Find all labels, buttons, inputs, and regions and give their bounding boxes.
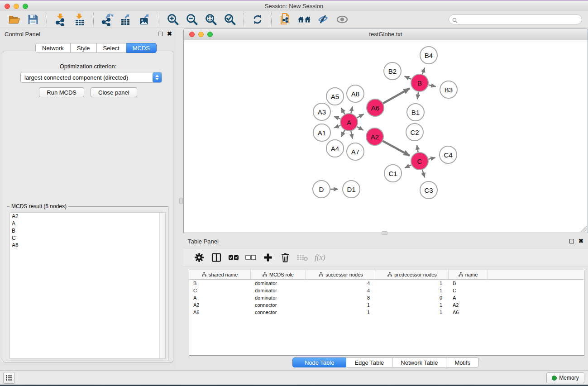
tab-motifs[interactable]: Motifs bbox=[446, 357, 479, 367]
table-cell[interactable]: C bbox=[449, 287, 488, 294]
table-cell[interactable]: 1 bbox=[376, 280, 449, 287]
column-header-shared-name[interactable]: shared name bbox=[189, 270, 251, 279]
graph-edge[interactable] bbox=[405, 165, 411, 168]
table-cell[interactable]: B bbox=[189, 280, 251, 287]
table-cell[interactable]: C bbox=[189, 287, 251, 294]
maximize-window-button[interactable] bbox=[23, 4, 28, 9]
tab-network-table[interactable]: Network Table bbox=[392, 357, 446, 367]
graph-node-A[interactable]: A bbox=[340, 113, 358, 131]
close-table-panel-icon[interactable]: ✖ bbox=[578, 239, 583, 243]
graph-node-B4[interactable]: B4 bbox=[420, 46, 438, 64]
graph-node-A2[interactable]: A2 bbox=[366, 128, 384, 146]
table-row[interactable]: Bdominator41B bbox=[189, 280, 584, 287]
horizontal-split-handle[interactable] bbox=[382, 231, 387, 235]
column-header-name[interactable]: name bbox=[449, 270, 488, 279]
show-panels-button[interactable] bbox=[3, 372, 15, 384]
vertical-split-handle[interactable] bbox=[179, 198, 183, 204]
table-row[interactable]: Adominator80A bbox=[189, 294, 584, 301]
tab-select[interactable]: Select bbox=[97, 43, 126, 53]
tab-mcds[interactable]: MCDS bbox=[126, 43, 157, 53]
graph-node-A3[interactable]: A3 bbox=[313, 103, 331, 121]
list-item[interactable]: B bbox=[10, 227, 165, 234]
tab-edge-table[interactable]: Edge Table bbox=[346, 357, 392, 367]
table-cell[interactable]: 4 bbox=[306, 287, 376, 294]
graph-edge[interactable] bbox=[357, 114, 364, 118]
save-session-icon[interactable] bbox=[26, 13, 40, 27]
graph-edge[interactable] bbox=[428, 85, 435, 87]
table-row[interactable]: A6connector11A6 bbox=[189, 309, 584, 316]
float-panel-icon[interactable] bbox=[158, 32, 163, 36]
graph-node-B2[interactable]: B2 bbox=[383, 62, 402, 80]
graph-edge[interactable] bbox=[334, 125, 340, 128]
hide-eye-icon[interactable] bbox=[316, 13, 330, 27]
zoom-in-icon[interactable] bbox=[166, 13, 180, 27]
minimize-window-button[interactable] bbox=[14, 4, 19, 9]
network-window-titlebar[interactable]: testGlobe.txt bbox=[184, 29, 588, 40]
maximize-network-button[interactable] bbox=[207, 32, 213, 37]
graph-node-A1[interactable]: A1 bbox=[313, 124, 331, 142]
graph-node-C2[interactable]: C2 bbox=[406, 123, 424, 141]
graph-node-A6[interactable]: A6 bbox=[366, 99, 384, 117]
graph-node-C4[interactable]: C4 bbox=[439, 146, 457, 164]
graph-node-B1[interactable]: B1 bbox=[406, 103, 425, 121]
home-pair-icon[interactable] bbox=[297, 13, 311, 27]
result-scrollbar[interactable] bbox=[159, 213, 165, 358]
select-all-icon[interactable] bbox=[228, 252, 239, 263]
close-panel-icon[interactable]: ✖ bbox=[167, 32, 172, 36]
deselect-all-icon[interactable] bbox=[245, 252, 257, 263]
graph-node-C3[interactable]: C3 bbox=[420, 181, 438, 199]
column-header-MCDS-role[interactable]: MCDS role bbox=[251, 270, 306, 279]
graph-node-A7[interactable]: A7 bbox=[346, 143, 364, 161]
table-cell[interactable]: B bbox=[449, 280, 488, 287]
table-cell[interactable]: A bbox=[449, 294, 488, 301]
float-table-panel-icon[interactable] bbox=[569, 239, 574, 243]
graph-edge[interactable] bbox=[417, 92, 418, 99]
table-cell[interactable]: connector bbox=[251, 309, 306, 316]
mcds-result-list[interactable]: A2ABCA6 bbox=[10, 212, 166, 359]
tab-network[interactable]: Network bbox=[35, 43, 71, 53]
network-canvas[interactable]: B4B2BB3A8A5A6A3B1AA1C2A2A4A7C4CC1DD1C3 bbox=[184, 40, 588, 233]
table-cell[interactable]: A bbox=[189, 294, 251, 301]
column-header-successor-nodes[interactable]: successor nodes bbox=[306, 270, 376, 279]
close-window-button[interactable] bbox=[5, 4, 10, 9]
memory-button[interactable]: Memory bbox=[546, 372, 584, 383]
list-item[interactable]: A bbox=[10, 220, 165, 227]
table-cell[interactable]: 1 bbox=[376, 301, 449, 309]
run-mcds-button[interactable]: Run MCDS bbox=[39, 87, 84, 97]
graph-edge[interactable] bbox=[341, 130, 345, 137]
graph-edge[interactable] bbox=[422, 68, 425, 74]
table-cell[interactable]: 1 bbox=[376, 287, 449, 294]
columns-icon[interactable] bbox=[210, 252, 222, 263]
resize-grip[interactable] bbox=[580, 225, 587, 232]
minimize-network-button[interactable] bbox=[198, 32, 204, 37]
table-cell[interactable]: A6 bbox=[449, 309, 488, 316]
graph-edge[interactable] bbox=[417, 145, 418, 152]
graph-node-B[interactable]: B bbox=[411, 74, 429, 92]
table-cell[interactable]: A2 bbox=[189, 301, 251, 309]
graph-edge[interactable] bbox=[422, 170, 425, 177]
optimization-criterion-select[interactable]: largest connected component (directed) bbox=[20, 72, 162, 83]
tab-node-table[interactable]: Node Table bbox=[292, 357, 347, 367]
table-cell[interactable]: 0 bbox=[376, 294, 449, 301]
gear-icon[interactable] bbox=[193, 252, 205, 263]
table-cell[interactable]: A2 bbox=[449, 301, 488, 309]
export-network-icon[interactable] bbox=[100, 13, 114, 27]
import-table-icon[interactable] bbox=[73, 13, 86, 27]
table-cell[interactable]: 4 bbox=[306, 280, 376, 287]
graph-edge[interactable] bbox=[351, 131, 353, 139]
export-table-icon[interactable] bbox=[120, 13, 133, 27]
graph-edge[interactable] bbox=[383, 141, 410, 156]
graph-edge[interactable] bbox=[405, 76, 411, 80]
table-cell[interactable]: dominator bbox=[251, 287, 306, 294]
list-item[interactable]: C bbox=[10, 234, 165, 242]
open-file-icon[interactable] bbox=[7, 13, 21, 27]
close-network-button[interactable] bbox=[189, 32, 195, 37]
graph-node-B3[interactable]: B3 bbox=[440, 81, 458, 99]
table-row[interactable]: Cdominator41C bbox=[189, 287, 584, 294]
table-cell[interactable]: 1 bbox=[376, 309, 449, 316]
table-cell[interactable]: dominator bbox=[251, 280, 306, 287]
graph-edge[interactable] bbox=[357, 127, 363, 130]
tab-style[interactable]: Style bbox=[71, 43, 97, 53]
table-cell[interactable]: 1 bbox=[306, 309, 376, 316]
graph-edge[interactable] bbox=[351, 106, 352, 113]
